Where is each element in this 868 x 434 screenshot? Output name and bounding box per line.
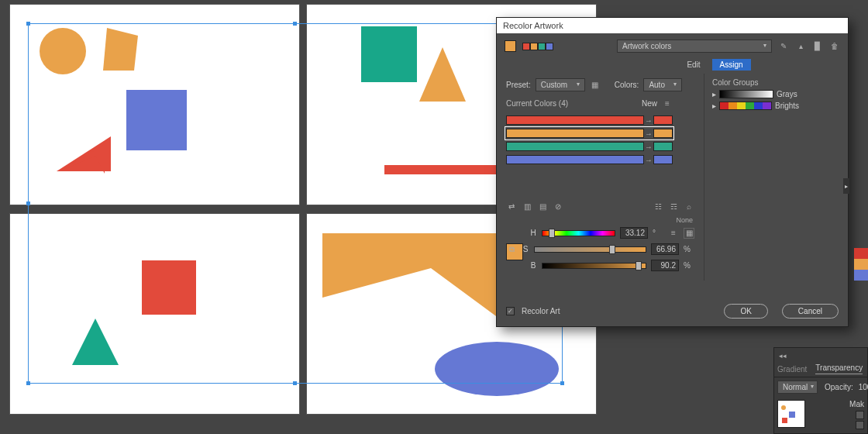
- new-group-icon[interactable]: ▴: [795, 41, 806, 52]
- s-label: S: [522, 245, 529, 253]
- bri-value[interactable]: 90.2: [651, 260, 679, 271]
- tab-edit[interactable]: Edit: [679, 59, 708, 71]
- link-icon[interactable]: ⧉: [506, 244, 517, 255]
- mini-swatch: [530, 43, 538, 50]
- color-assignment-list: → → → →: [506, 115, 694, 165]
- ok-button[interactable]: OK: [724, 304, 767, 319]
- color-row[interactable]: →: [506, 154, 673, 165]
- h-label: H: [529, 229, 537, 237]
- find-icon[interactable]: ⌕: [684, 201, 694, 212]
- new-label: New: [642, 99, 657, 108]
- recolor-artwork-dialog[interactable]: Recolor Artwork Artwork colors ✎ ▴ ▉ 🗑 E…: [496, 17, 849, 327]
- split-icon[interactable]: ▤: [537, 201, 548, 212]
- none-label: None: [676, 216, 693, 224]
- svg-rect-8: [142, 260, 196, 315]
- merge-icon[interactable]: ▥: [522, 201, 532, 212]
- disclosure-icon[interactable]: ▸: [712, 90, 716, 98]
- invert-checkbox[interactable]: [856, 421, 864, 429]
- b-label: B: [529, 261, 537, 270]
- sort-light-icon[interactable]: ☶: [668, 201, 679, 212]
- colors-label: Colors:: [615, 81, 639, 89]
- artboard-1: [9, 4, 300, 205]
- transparency-thumbnail[interactable]: [777, 400, 805, 428]
- folder-icon[interactable]: ▉: [812, 41, 823, 52]
- mini-swatch: [538, 43, 546, 50]
- cancel-button[interactable]: Cancel: [782, 304, 839, 319]
- mini-swatch: [546, 43, 553, 50]
- recolor-art-checkbox[interactable]: ✓: [506, 307, 515, 315]
- color-group-row[interactable]: ▸ Brights: [712, 102, 840, 110]
- eyedropper-icon[interactable]: ✎: [778, 41, 789, 52]
- tab-transparency[interactable]: Transparency: [815, 363, 863, 374]
- dock-swatch[interactable]: [854, 259, 868, 270]
- artboard-3: [9, 213, 300, 415]
- make-mask-label[interactable]: Mak: [849, 400, 864, 408]
- color-groups-heading: Color Groups: [712, 78, 840, 87]
- mini-swatch-group: [522, 43, 553, 50]
- opacity-value[interactable]: 100%: [859, 383, 868, 391]
- active-color-swatch[interactable]: [505, 40, 516, 52]
- transparency-panel[interactable]: ◂◂ Gradient Transparency Normal Opacity:…: [773, 347, 868, 434]
- preset-label: Preset:: [506, 81, 531, 89]
- disclosure-icon[interactable]: ▸: [712, 102, 716, 110]
- sat-value[interactable]: 66.96: [651, 243, 679, 255]
- svg-marker-6: [419, 47, 466, 102]
- current-colors-label: Current Colors (4): [506, 99, 568, 108]
- opacity-label: Opacity:: [825, 383, 853, 391]
- hue-slider[interactable]: [542, 230, 615, 236]
- svg-point-11: [435, 342, 559, 396]
- hue-value[interactable]: 33.12: [620, 227, 648, 239]
- recolor-art-label: Recolor Art: [522, 307, 560, 315]
- color-group-select[interactable]: Artwork colors: [617, 40, 772, 53]
- chevron-right-icon: ▸: [845, 183, 848, 190]
- tab-gradient[interactable]: Gradient: [777, 365, 807, 374]
- color-row[interactable]: →: [506, 128, 673, 139]
- exclude-icon[interactable]: ⊘: [553, 201, 563, 212]
- svg-marker-9: [72, 319, 119, 365]
- svg-rect-2: [126, 90, 187, 150]
- brights-preview: [719, 102, 772, 110]
- sat-slider[interactable]: [534, 246, 646, 253]
- svg-rect-5: [361, 26, 417, 82]
- clip-checkbox[interactable]: [856, 411, 864, 419]
- color-mode-icon[interactable]: ▦: [684, 228, 694, 239]
- preset-options-icon[interactable]: ▦: [590, 80, 601, 91]
- list-menu-icon[interactable]: ≡: [662, 98, 673, 108]
- dock-swatch[interactable]: [854, 270, 868, 281]
- grays-preview: [719, 90, 773, 98]
- color-row[interactable]: →: [506, 141, 673, 152]
- mini-swatch: [522, 43, 530, 50]
- svg-point-0: [40, 28, 86, 74]
- sort-hue-icon[interactable]: ☷: [653, 201, 663, 212]
- dock-swatches: [854, 248, 868, 281]
- trash-icon[interactable]: 🗑: [829, 41, 840, 52]
- dialog-title[interactable]: Recolor Artwork: [497, 18, 848, 33]
- dock-swatch[interactable]: [854, 248, 868, 259]
- color-group-row[interactable]: ▸ Grays: [712, 90, 840, 98]
- color-row[interactable]: →: [506, 115, 673, 126]
- preset-select[interactable]: Custom: [536, 78, 585, 91]
- panel-dock-icon[interactable]: ◂◂: [777, 350, 788, 361]
- group-name: Grays: [777, 90, 797, 98]
- svg-marker-1: [103, 28, 138, 71]
- tab-assign[interactable]: Assign: [712, 59, 751, 71]
- group-name: Brights: [775, 102, 799, 110]
- blend-mode-select[interactable]: Normal: [777, 381, 818, 394]
- bri-slider[interactable]: [542, 263, 646, 269]
- colors-count-select[interactable]: Auto: [643, 78, 682, 91]
- swap-icon[interactable]: ⇄: [506, 201, 517, 212]
- panel-collapse-handle[interactable]: ▸: [843, 178, 849, 194]
- slider-menu-icon[interactable]: ≡: [668, 228, 679, 239]
